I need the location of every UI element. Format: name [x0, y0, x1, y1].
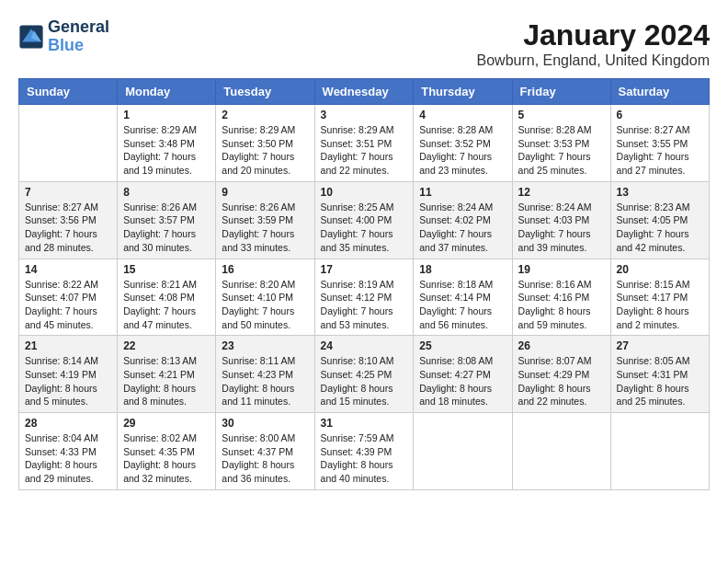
calendar-cell: 6Sunrise: 8:27 AM Sunset: 3:55 PM Daylig… — [610, 105, 709, 182]
day-number: 16 — [222, 263, 308, 276]
day-info: Sunrise: 8:10 AM Sunset: 4:25 PM Dayligh… — [321, 354, 408, 408]
calendar-cell: 11Sunrise: 8:24 AM Sunset: 4:02 PM Dayli… — [414, 181, 512, 259]
day-info: Sunrise: 8:02 AM Sunset: 4:35 PM Dayligh… — [123, 431, 210, 486]
calendar-cell: 2Sunrise: 8:29 AM Sunset: 3:50 PM Daylig… — [216, 105, 314, 182]
calendar-cell — [19, 105, 118, 182]
calendar-title: January 2024 — [477, 18, 711, 52]
day-info: Sunrise: 7:59 AM Sunset: 4:39 PM Dayligh… — [321, 431, 408, 486]
day-number: 31 — [321, 417, 408, 430]
title-block: January 2024 Bowburn, England, United Ki… — [477, 18, 711, 69]
header-cell-monday: Monday — [118, 79, 216, 105]
day-info: Sunrise: 8:26 AM Sunset: 3:57 PM Dayligh… — [123, 201, 210, 255]
day-info: Sunrise: 8:29 AM Sunset: 3:50 PM Dayligh… — [222, 123, 308, 178]
day-info: Sunrise: 8:29 AM Sunset: 3:48 PM Dayligh… — [123, 123, 210, 178]
day-info: Sunrise: 8:14 AM Sunset: 4:19 PM Dayligh… — [25, 354, 111, 408]
calendar-cell: 29Sunrise: 8:02 AM Sunset: 4:35 PM Dayli… — [118, 413, 216, 490]
calendar-cell: 1Sunrise: 8:29 AM Sunset: 3:48 PM Daylig… — [118, 105, 216, 182]
day-number: 17 — [321, 263, 408, 276]
logo-text: General Blue — [48, 18, 109, 55]
calendar-cell: 8Sunrise: 8:26 AM Sunset: 3:57 PM Daylig… — [118, 181, 216, 259]
day-number: 5 — [518, 109, 605, 121]
day-info: Sunrise: 8:24 AM Sunset: 4:02 PM Dayligh… — [419, 201, 506, 255]
calendar-cell: 31Sunrise: 7:59 AM Sunset: 4:39 PM Dayli… — [314, 413, 414, 490]
calendar-cell: 22Sunrise: 8:13 AM Sunset: 4:21 PM Dayli… — [118, 336, 216, 413]
day-info: Sunrise: 8:04 AM Sunset: 4:33 PM Dayligh… — [25, 431, 111, 486]
calendar-table: SundayMondayTuesdayWednesdayThursdayFrid… — [18, 78, 710, 490]
day-number: 24 — [321, 339, 408, 352]
day-info: Sunrise: 8:19 AM Sunset: 4:12 PM Dayligh… — [321, 278, 408, 332]
day-number: 8 — [123, 186, 210, 199]
day-info: Sunrise: 8:21 AM Sunset: 4:08 PM Dayligh… — [123, 278, 210, 332]
day-number: 29 — [123, 417, 210, 430]
calendar-cell: 19Sunrise: 8:16 AM Sunset: 4:16 PM Dayli… — [512, 259, 610, 336]
calendar-cell: 28Sunrise: 8:04 AM Sunset: 4:33 PM Dayli… — [19, 413, 118, 490]
day-number: 1 — [123, 109, 210, 121]
day-info: Sunrise: 8:00 AM Sunset: 4:37 PM Dayligh… — [222, 431, 308, 486]
day-info: Sunrise: 8:22 AM Sunset: 4:07 PM Dayligh… — [25, 278, 111, 332]
week-row-1: 1Sunrise: 8:29 AM Sunset: 3:48 PM Daylig… — [19, 105, 710, 182]
page-header: General Blue January 2024 Bowburn, Engla… — [18, 18, 710, 69]
day-number: 22 — [123, 339, 210, 352]
day-number: 7 — [25, 186, 111, 199]
header-cell-friday: Friday — [512, 79, 610, 105]
day-info: Sunrise: 8:25 AM Sunset: 4:00 PM Dayligh… — [321, 201, 408, 255]
calendar-subtitle: Bowburn, England, United Kingdom — [477, 52, 711, 69]
day-number: 4 — [419, 109, 506, 121]
calendar-cell: 7Sunrise: 8:27 AM Sunset: 3:56 PM Daylig… — [19, 181, 118, 259]
header-cell-tuesday: Tuesday — [216, 79, 314, 105]
day-info: Sunrise: 8:27 AM Sunset: 3:56 PM Dayligh… — [25, 201, 111, 255]
calendar-cell: 3Sunrise: 8:29 AM Sunset: 3:51 PM Daylig… — [314, 105, 414, 182]
day-info: Sunrise: 8:23 AM Sunset: 4:05 PM Dayligh… — [617, 201, 703, 255]
day-info: Sunrise: 8:07 AM Sunset: 4:29 PM Dayligh… — [518, 354, 605, 408]
day-info: Sunrise: 8:18 AM Sunset: 4:14 PM Dayligh… — [419, 278, 506, 332]
header-cell-thursday: Thursday — [414, 79, 512, 105]
calendar-cell: 5Sunrise: 8:28 AM Sunset: 3:53 PM Daylig… — [512, 105, 610, 182]
day-number: 15 — [123, 263, 210, 276]
day-number: 25 — [419, 339, 506, 352]
logo-line2: Blue — [48, 37, 109, 55]
calendar-cell: 18Sunrise: 8:18 AM Sunset: 4:14 PM Dayli… — [414, 259, 512, 336]
logo-icon — [18, 24, 44, 50]
calendar-cell: 4Sunrise: 8:28 AM Sunset: 3:52 PM Daylig… — [414, 105, 512, 182]
day-info: Sunrise: 8:05 AM Sunset: 4:31 PM Dayligh… — [617, 354, 703, 408]
calendar-cell: 25Sunrise: 8:08 AM Sunset: 4:27 PM Dayli… — [414, 336, 512, 413]
day-info: Sunrise: 8:16 AM Sunset: 4:16 PM Dayligh… — [518, 278, 605, 332]
header-cell-saturday: Saturday — [610, 79, 709, 105]
header-cell-wednesday: Wednesday — [314, 79, 414, 105]
day-info: Sunrise: 8:20 AM Sunset: 4:10 PM Dayligh… — [222, 278, 308, 332]
calendar-cell: 21Sunrise: 8:14 AM Sunset: 4:19 PM Dayli… — [19, 336, 118, 413]
logo-line1: General — [48, 18, 109, 37]
day-number: 18 — [419, 263, 506, 276]
logo: General Blue — [18, 18, 109, 55]
day-number: 11 — [419, 186, 506, 199]
calendar-cell: 14Sunrise: 8:22 AM Sunset: 4:07 PM Dayli… — [19, 259, 118, 336]
calendar-cell: 15Sunrise: 8:21 AM Sunset: 4:08 PM Dayli… — [118, 259, 216, 336]
day-number: 13 — [617, 186, 703, 199]
day-number: 19 — [518, 263, 605, 276]
day-number: 12 — [518, 186, 605, 199]
week-row-4: 21Sunrise: 8:14 AM Sunset: 4:19 PM Dayli… — [19, 336, 710, 413]
day-number: 10 — [321, 186, 408, 199]
day-info: Sunrise: 8:24 AM Sunset: 4:03 PM Dayligh… — [518, 201, 605, 255]
week-row-2: 7Sunrise: 8:27 AM Sunset: 3:56 PM Daylig… — [19, 181, 710, 259]
day-info: Sunrise: 8:11 AM Sunset: 4:23 PM Dayligh… — [222, 354, 308, 408]
calendar-cell: 17Sunrise: 8:19 AM Sunset: 4:12 PM Dayli… — [314, 259, 414, 336]
day-number: 2 — [222, 109, 308, 121]
calendar-cell: 13Sunrise: 8:23 AM Sunset: 4:05 PM Dayli… — [610, 181, 709, 259]
day-info: Sunrise: 8:15 AM Sunset: 4:17 PM Dayligh… — [617, 278, 703, 332]
calendar-cell: 26Sunrise: 8:07 AM Sunset: 4:29 PM Dayli… — [512, 336, 610, 413]
day-number: 23 — [222, 339, 308, 352]
calendar-cell — [512, 413, 610, 490]
day-number: 30 — [222, 417, 308, 430]
calendar-cell: 10Sunrise: 8:25 AM Sunset: 4:00 PM Dayli… — [314, 181, 414, 259]
day-number: 14 — [25, 263, 111, 276]
calendar-cell: 27Sunrise: 8:05 AM Sunset: 4:31 PM Dayli… — [610, 336, 709, 413]
day-number: 26 — [518, 339, 605, 352]
calendar-cell — [610, 413, 709, 490]
calendar-cell — [414, 413, 512, 490]
header-cell-sunday: Sunday — [19, 79, 118, 105]
day-info: Sunrise: 8:08 AM Sunset: 4:27 PM Dayligh… — [419, 354, 506, 408]
day-number: 3 — [321, 109, 408, 121]
calendar-cell: 16Sunrise: 8:20 AM Sunset: 4:10 PM Dayli… — [216, 259, 314, 336]
day-info: Sunrise: 8:27 AM Sunset: 3:55 PM Dayligh… — [617, 123, 703, 178]
